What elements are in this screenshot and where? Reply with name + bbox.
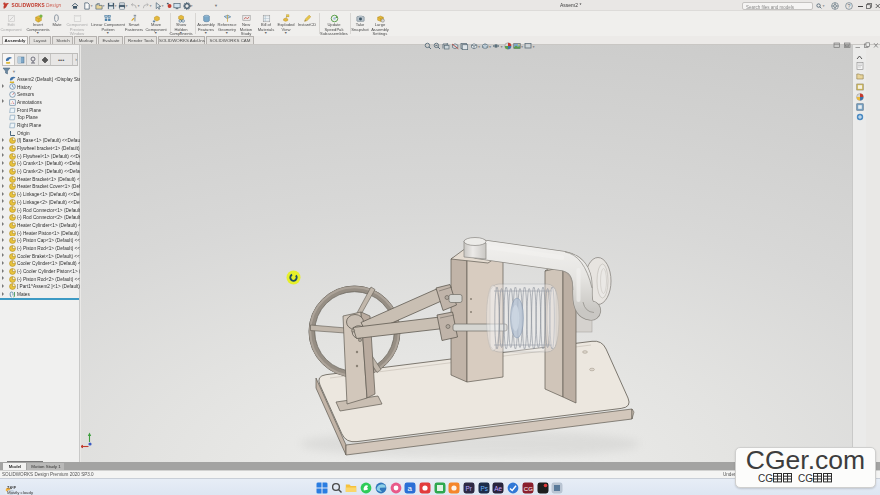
svg-text:a: a	[408, 484, 413, 493]
svg-text:A: A	[11, 100, 15, 105]
svg-text:Ps: Ps	[480, 484, 487, 491]
svg-text:Ae: Ae	[495, 484, 503, 491]
svg-text:?: ?	[847, 3, 850, 9]
svg-text:CG: CG	[524, 485, 533, 491]
svg-text:CG: CG	[798, 473, 813, 483]
svg-text:Pr: Pr	[465, 484, 472, 491]
svg-text:CG: CG	[758, 473, 773, 483]
svg-text:•••: •••	[58, 57, 64, 63]
